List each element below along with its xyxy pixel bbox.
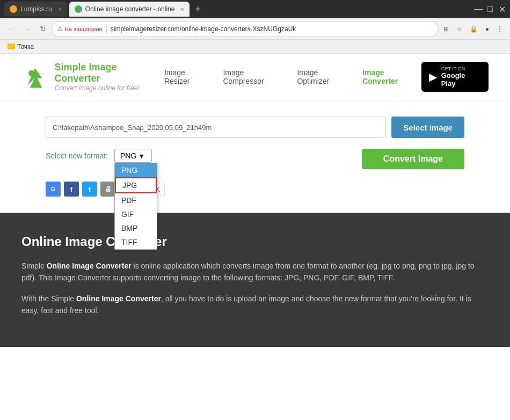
translate-icon-btn[interactable]: ⊞ xyxy=(441,24,451,34)
bold-converter-1: Online Image Converter xyxy=(47,262,132,270)
security-label: Не защищено xyxy=(64,26,103,32)
extensions-btn[interactable]: 🔒 xyxy=(467,24,480,34)
logo-section: Simple Image Converter Convert image onl… xyxy=(21,62,164,92)
title-bar: Lumpics.ru ✕ Online image converter - on… xyxy=(0,0,510,18)
nav-image-converter[interactable]: Image Converter xyxy=(362,68,421,85)
convert-image-button[interactable]: Convert Image xyxy=(362,149,464,169)
format-option-pdf[interactable]: PDF xyxy=(115,193,157,207)
bookmark-folder-icon xyxy=(8,44,15,49)
tab-favicon-lumpics xyxy=(10,5,17,13)
tab-label-lumpics: Lumpics.ru xyxy=(20,5,52,13)
tab-label-converter: Online image converter - online xyxy=(85,5,175,13)
dark-section-para2: With the Simple Online Image Converter, … xyxy=(21,293,489,317)
bookmark-tochka[interactable]: Точка xyxy=(4,42,37,52)
format-option-jpg[interactable]: JPG xyxy=(115,177,157,193)
forward-button[interactable]: → xyxy=(20,23,34,35)
dark-section-heading: Online Image Converter xyxy=(21,234,489,249)
minimize-button[interactable]: — xyxy=(475,5,482,13)
site-header: Simple Image Converter Convert image onl… xyxy=(0,54,510,100)
format-left: Select new format: PNG ▾ PNG JPG PDF GIF… xyxy=(46,149,165,197)
format-label: Select new format: xyxy=(46,151,108,160)
tab-converter[interactable]: Online image converter - online ✕ xyxy=(69,2,190,17)
google-play-text: GET IT ON Google Play xyxy=(441,66,481,88)
svg-point-0 xyxy=(28,70,34,76)
share-print-button[interactable]: 🖨 xyxy=(100,182,115,197)
file-row: C:\fakepath\Ashampoo_Snap_2020.05.09_21h… xyxy=(46,117,464,138)
tool-area: C:\fakepath\Ashampoo_Snap_2020.05.09_21h… xyxy=(24,100,486,213)
format-option-gif[interactable]: GIF xyxy=(115,207,157,221)
file-path-text: C:\fakepath\Ashampoo_Snap_2020.05.09_21h… xyxy=(53,124,212,132)
tab-close-lumpics[interactable]: ✕ xyxy=(57,6,62,12)
format-option-png[interactable]: PNG xyxy=(115,163,157,177)
menu-btn[interactable]: ⋮ xyxy=(494,24,506,34)
tab-close-converter[interactable]: ✕ xyxy=(180,6,184,12)
maximize-button[interactable]: □ xyxy=(486,5,494,13)
format-option-tiff[interactable]: TIFF xyxy=(115,235,157,249)
logo-icon xyxy=(21,63,48,90)
nav-image-compressor[interactable]: Image Compressor xyxy=(223,68,286,85)
format-selector-row: Select new format: PNG ▾ PNG JPG PDF GIF… xyxy=(46,149,152,163)
logo-text: Simple Image Converter Convert image onl… xyxy=(55,62,164,92)
select-image-button[interactable]: Select image xyxy=(391,117,464,138)
format-option-bmp[interactable]: BMP xyxy=(115,221,157,235)
google-play-label: Google Play xyxy=(441,71,481,88)
bookmark-label: Точка xyxy=(17,43,34,50)
separator: | xyxy=(106,25,107,33)
format-dropdown: PNG JPG PDF GIF BMP TIFF xyxy=(114,163,157,250)
share-facebook-button[interactable]: f xyxy=(64,182,79,197)
nav-image-optimizer[interactable]: Image Optimizer xyxy=(297,68,352,85)
nav-bar: ← → ↻ ⚠ Не защищено | simpleimageresizer… xyxy=(0,18,510,40)
close-button[interactable]: ✕ xyxy=(498,5,506,13)
dark-section-para1: Simple Online Image Converter is online … xyxy=(21,260,489,284)
security-indicator: ⚠ Не защищено xyxy=(57,25,103,32)
google-play-button[interactable]: ▶ GET IT ON Google Play xyxy=(421,62,489,92)
tabs-container: Lumpics.ru ✕ Online image converter - on… xyxy=(4,2,204,17)
bold-converter-2: Online Image Converter xyxy=(76,294,161,303)
header-nav: Image Resizer Image Compressor Image Opt… xyxy=(164,68,421,85)
google-play-pre-label: GET IT ON xyxy=(441,66,481,71)
share-twitter-button[interactable]: t xyxy=(82,182,97,197)
dark-section: Online Image Converter Simple Online Ima… xyxy=(0,213,510,347)
nav-icon-group: ⊞ ☆ 🔒 ● ⋮ xyxy=(441,24,506,34)
dropdown-arrow-icon: ▾ xyxy=(140,151,143,160)
nav-image-resizer[interactable]: Image Resizer xyxy=(164,68,212,85)
file-path-display: C:\fakepath\Ashampoo_Snap_2020.05.09_21h… xyxy=(46,117,386,138)
refresh-button[interactable]: ↻ xyxy=(37,23,49,35)
site-title: Simple Image Converter xyxy=(55,62,164,84)
site-subtitle: Convert image online for free! xyxy=(55,84,164,92)
format-row: Select new format: PNG ▾ PNG JPG PDF GIF… xyxy=(46,149,464,197)
window-controls: — □ ✕ xyxy=(475,5,506,13)
convert-button-wrapper: Convert Image xyxy=(362,149,464,169)
address-bar[interactable]: ⚠ Не защищено | simpleimageresizer.com/o… xyxy=(52,21,439,37)
address-text: simpleimageresizer.com/online-image-conv… xyxy=(111,25,433,33)
format-select-button[interactable]: PNG ▾ xyxy=(114,149,152,163)
profile-btn[interactable]: ● xyxy=(483,24,492,34)
bookmarks-bar: Точка xyxy=(0,40,510,54)
back-button[interactable]: ← xyxy=(4,23,18,35)
browser-chrome: Lumpics.ru ✕ Online image converter - on… xyxy=(0,0,510,54)
tab-favicon-converter xyxy=(75,5,82,13)
format-dropdown-wrapper: PNG ▾ PNG JPG PDF GIF BMP TIFF xyxy=(114,149,152,163)
current-format-text: PNG xyxy=(120,151,136,160)
tab-lumpics[interactable]: Lumpics.ru ✕ xyxy=(4,2,67,17)
google-play-icon: ▶ xyxy=(429,70,437,83)
new-tab-button[interactable]: + xyxy=(192,4,204,15)
warning-icon: ⚠ xyxy=(57,25,63,32)
page-content: Simple Image Converter Convert image onl… xyxy=(0,54,510,420)
share-google-button[interactable]: G xyxy=(46,182,61,197)
bookmark-star-btn[interactable]: ☆ xyxy=(454,24,465,34)
